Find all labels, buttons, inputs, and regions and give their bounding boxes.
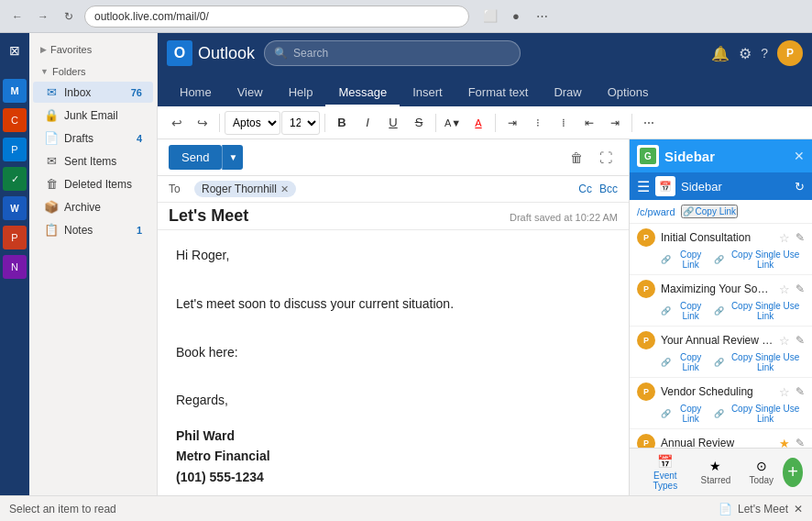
email-subject[interactable]: Let's Meet [169, 206, 248, 225]
extensions-button[interactable]: ⬜ [480, 6, 500, 27]
gr-copy-link-button[interactable]: 🔗 Copy Link [661, 301, 708, 321]
popout-button[interactable]: ⛶ [594, 146, 618, 170]
bullets-button[interactable]: ⁝ [526, 111, 550, 135]
gr-copy-link-button[interactable]: 🔗 Copy Link [661, 249, 708, 270]
discard-button[interactable]: 🗑 [565, 146, 588, 170]
gr-copy-single-use-button[interactable]: 🔗 Copy Single Use Link [714, 404, 805, 424]
header-search-box[interactable]: 🔍 [264, 40, 521, 66]
gr-star-button[interactable]: ☆ [779, 334, 790, 348]
gr-tab-starred[interactable]: ★ Starred [692, 455, 741, 489]
gr-star-button[interactable]: ☆ [779, 231, 790, 245]
app-icon-people[interactable]: P [3, 138, 27, 161]
bcc-button[interactable]: Bcc [599, 183, 618, 195]
bold-button[interactable]: B [330, 111, 354, 135]
profile-button[interactable]: ● [506, 6, 526, 27]
search-input[interactable] [293, 47, 510, 60]
tab-insert[interactable]: Insert [400, 80, 455, 106]
cc-button[interactable]: Cc [578, 183, 592, 195]
numbering-button[interactable]: ⁞ [552, 111, 576, 135]
gr-edit-button[interactable]: ✎ [796, 231, 805, 244]
inbox-icon: ✉ [44, 85, 59, 99]
gr-copy-single-use-button[interactable]: 🔗 Copy Single Use Link [714, 352, 805, 372]
folder-deleted[interactable]: 🗑 Deleted Items [33, 173, 153, 194]
underline-button[interactable]: U [381, 111, 405, 135]
gr-star-button[interactable]: ☆ [779, 385, 790, 399]
gr-copy-single-use-button[interactable]: 🔗 Copy Single Use Link [714, 301, 805, 321]
gr-tab-today[interactable]: ⊙ Today [740, 455, 783, 489]
app-icon-tasks[interactable]: ✓ [3, 167, 27, 191]
gr-copy-single-use-button[interactable]: 🔗 Copy Single Use Link [714, 249, 805, 270]
gr-copy-link-button[interactable]: 🔗 Copy Link [661, 352, 708, 372]
italic-button[interactable]: I [356, 111, 379, 135]
sent-icon: ✉ [44, 154, 59, 168]
gr-refresh-button[interactable]: ↻ [795, 180, 805, 194]
increase-indent-button[interactable]: ⇥ [603, 111, 627, 135]
font-name-select[interactable]: Aptos [225, 111, 280, 135]
gr-edit-button[interactable]: ✎ [796, 334, 805, 347]
folder-archive[interactable]: 📦 Archive [33, 196, 153, 217]
font-color-button[interactable]: A [466, 111, 490, 135]
app-icon-powerpoint[interactable]: P [3, 226, 27, 249]
tab-draw[interactable]: Draw [541, 80, 594, 106]
app-icon-grid[interactable]: ⊠ [3, 39, 27, 62]
back-button[interactable]: ← [7, 6, 27, 27]
send-dropdown-button[interactable]: ▼ [222, 145, 243, 170]
notification-icon[interactable]: 🔔 [711, 45, 730, 62]
formatting-toolbar: ↩ ↪ Aptos 12 B I U S A▼ A [158, 106, 812, 139]
folder-junk[interactable]: 🔒 Junk Email [33, 105, 153, 126]
gr-user-copy-link-button[interactable]: 🔗 Copy Link [681, 205, 738, 218]
favorites-section[interactable]: ▶ Favorites [29, 40, 157, 59]
redo-button[interactable]: ↪ [191, 111, 214, 135]
left-app-icons: ⊠ M C P ✓ W P N [0, 33, 29, 495]
bottom-email-label[interactable]: Let's Meet [738, 503, 788, 515]
folder-sent[interactable]: ✉ Sent Items [33, 150, 153, 172]
highlight-button[interactable]: A▼ [441, 111, 465, 135]
browser-menu-button[interactable]: ⋯ [532, 6, 552, 27]
tab-format-text[interactable]: Format text [455, 80, 542, 106]
email-body[interactable]: Hi Roger, Let's meet soon to discuss you… [158, 230, 629, 495]
folders-section[interactable]: ▼ Folders [29, 62, 157, 81]
folder-notes[interactable]: 📋 Notes 1 [33, 219, 153, 240]
gr-edit-button[interactable]: ✎ [796, 385, 805, 398]
gr-logo: G [637, 145, 659, 167]
help-icon[interactable]: ? [761, 46, 768, 61]
gr-tab-event-types[interactable]: 📅 Event Types [639, 450, 692, 494]
settings-icon[interactable]: ⚙ [739, 45, 752, 62]
app-icon-calendar[interactable]: C [3, 108, 27, 132]
url-bar[interactable]: outlook.live.com/mail/0/ [84, 6, 469, 28]
tab-help[interactable]: Help [276, 80, 326, 106]
gr-add-button[interactable]: + [783, 458, 803, 487]
forward-button[interactable]: → [33, 6, 53, 27]
decrease-indent-button[interactable]: ⇤ [577, 111, 601, 135]
app-icon-onenote[interactable]: N [3, 255, 27, 279]
app-icon-mail[interactable]: M [3, 79, 27, 103]
folder-drafts[interactable]: 📄 Drafts 4 [33, 127, 153, 149]
more-options-button[interactable]: ⋯ [637, 111, 661, 135]
remove-recipient-button[interactable]: ✕ [280, 183, 289, 195]
app-icon-word[interactable]: W [3, 196, 27, 220]
gr-edit-button[interactable]: ✎ [796, 283, 805, 295]
gr-star-button[interactable]: ★ [779, 437, 790, 449]
gr-menu-button[interactable]: ☰ [637, 178, 650, 195]
avatar[interactable]: P [777, 40, 803, 66]
gr-copy-link-button[interactable]: 🔗 Copy Link [661, 404, 708, 424]
gr-close-button[interactable]: ✕ [794, 149, 805, 163]
outlook-brand: Outlook [198, 44, 255, 63]
toolbar-font-group: Aptos 12 [225, 111, 320, 135]
gr-edit-button[interactable]: ✎ [796, 437, 805, 448]
tab-options[interactable]: Options [595, 80, 662, 106]
strikethrough-button[interactable]: S [407, 111, 431, 135]
tab-view[interactable]: View [225, 80, 276, 106]
gr-user-row: /c/pward 🔗 Copy Link [630, 200, 812, 224]
tab-home[interactable]: Home [167, 80, 225, 106]
refresh-button[interactable]: ↻ [59, 6, 79, 27]
gr-star-button[interactable]: ☆ [779, 283, 790, 296]
bottom-close-button[interactable]: ✕ [794, 503, 803, 515]
tab-message[interactable]: Message [325, 80, 400, 106]
undo-button[interactable]: ↩ [165, 111, 189, 135]
to-recipient-field[interactable]: Roger Thornhill ✕ [194, 181, 296, 197]
indent-button[interactable]: ⇥ [500, 111, 524, 135]
folder-inbox[interactable]: ✉ Inbox 76 [33, 82, 153, 103]
font-size-select[interactable]: 12 [281, 111, 320, 135]
send-button[interactable]: Send [169, 145, 222, 170]
